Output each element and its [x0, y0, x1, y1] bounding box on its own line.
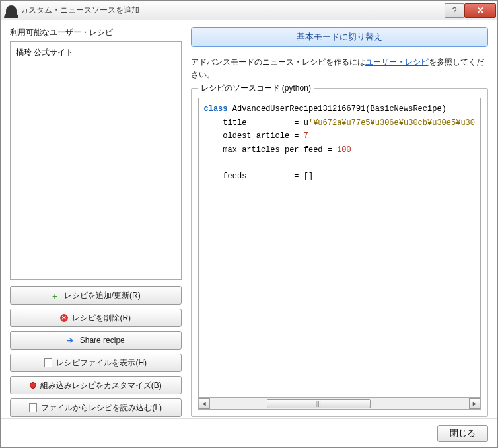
- code-feeds: []: [304, 172, 313, 181]
- add-recipe-button[interactable]: ＋ レシピを追加/更新(R): [10, 286, 182, 305]
- help-button[interactable]: ?: [445, 3, 464, 18]
- window-buttons: ? ✕: [445, 3, 496, 18]
- share-recipe-button[interactable]: ➔ Share recipe: [10, 331, 182, 350]
- share-recipe-label: Share recipe: [80, 336, 125, 345]
- info-pre: アドバンスモードのニュース・レシピを作るには: [191, 57, 365, 67]
- scroll-track[interactable]: |||: [210, 398, 469, 409]
- dialog-footer: 閉じる: [1, 418, 497, 447]
- window-close-button[interactable]: ✕: [464, 3, 496, 18]
- close-button[interactable]: 閉じる: [437, 425, 488, 442]
- recipe-list[interactable]: 橘玲 公式サイト: [10, 41, 182, 280]
- x-icon: ✕: [60, 314, 68, 322]
- window-title: カスタム・ニュースソースを追加: [20, 5, 445, 16]
- info-text: アドバンスモードのニュース・レシピを作るにはユーザー・レシピを参照してください。: [191, 56, 488, 81]
- plus-icon: ＋: [51, 291, 60, 300]
- arrow-right-icon: ➔: [67, 336, 76, 345]
- load-from-file-button[interactable]: ファイルからレシピを読み込む(L): [10, 398, 182, 417]
- source-code-legend: レシピのソースコード (python): [198, 83, 314, 94]
- app-icon: [6, 5, 17, 16]
- right-pane: 基本モードに切り替え アドバンスモードのニュース・レシピを作るにはユーザー・レシ…: [191, 27, 488, 417]
- load-from-file-label: ファイルからレシピを読み込む(L): [41, 402, 162, 414]
- scroll-thumb[interactable]: |||: [267, 399, 371, 408]
- scroll-right-arrow[interactable]: ►: [469, 398, 480, 409]
- customize-builtin-label: 組み込みレシピをカスタマイズ(B): [40, 380, 162, 391]
- content-area: 利用可能なユーザー・レシピ 橘玲 公式サイト ＋ レシピを追加/更新(R) ✕ …: [1, 20, 497, 417]
- document-icon: [44, 358, 52, 367]
- left-pane: 利用可能なユーザー・レシピ 橘玲 公式サイト ＋ レシピを追加/更新(R) ✕ …: [10, 27, 182, 417]
- customize-builtin-button[interactable]: 組み込みレシピをカスタマイズ(B): [10, 376, 182, 394]
- left-buttons: ＋ レシピを追加/更新(R) ✕ レシピを削除(R) ➔ Share recip…: [10, 286, 182, 417]
- page-icon: [29, 403, 37, 412]
- recipe-list-label: 利用可能なユーザー・レシピ: [10, 27, 182, 38]
- delete-recipe-label: レシピを削除(R): [72, 313, 131, 324]
- user-recipe-link[interactable]: ユーザー・レシピ: [365, 57, 429, 67]
- titlebar: カスタム・ニュースソースを追加 ? ✕: [1, 1, 497, 20]
- code-oldest: 7: [304, 131, 308, 141]
- show-recipe-file-label: レシピファイルを表示(H): [56, 357, 147, 369]
- bulb-icon: [30, 382, 36, 389]
- add-recipe-label: レシピを追加/更新(R): [64, 290, 141, 301]
- source-code-editor[interactable]: class AdvancedUserRecipe1312166791(Basic…: [198, 98, 481, 398]
- show-recipe-file-button[interactable]: レシピファイルを表示(H): [10, 354, 182, 372]
- code-baseclass: BasicNewsRecipe: [371, 104, 442, 114]
- code-maxarticles: 100: [337, 145, 351, 155]
- code-title-val: '¥u672a¥u77e5¥u306e¥u30cb¥u30e5¥u30: [308, 118, 475, 128]
- source-code-group: レシピのソースコード (python) class AdvancedUserRe…: [191, 88, 488, 417]
- horizontal-scrollbar[interactable]: ◄ ||| ►: [198, 398, 481, 410]
- switch-mode-button[interactable]: 基本モードに切り替え: [191, 27, 488, 47]
- dialog-window: カスタム・ニュースソースを追加 ? ✕ 利用可能なユーザー・レシピ 橘玲 公式サ…: [0, 0, 498, 448]
- scroll-left-arrow[interactable]: ◄: [199, 398, 210, 409]
- delete-recipe-button[interactable]: ✕ レシピを削除(R): [10, 309, 182, 327]
- code-classname: AdvancedUserRecipe1312166791: [232, 104, 366, 114]
- list-item[interactable]: 橘玲 公式サイト: [16, 46, 176, 59]
